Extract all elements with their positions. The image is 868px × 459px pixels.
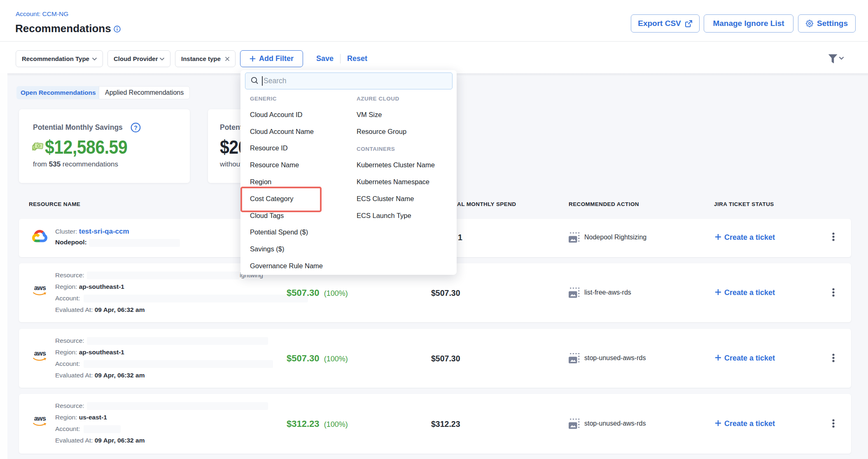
svg-text:?: ? [134,124,138,131]
